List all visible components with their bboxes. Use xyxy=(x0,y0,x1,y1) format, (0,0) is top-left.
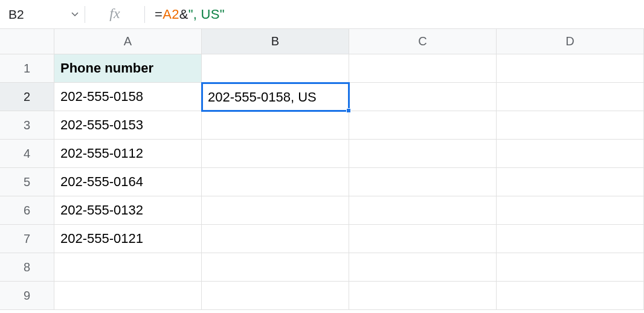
cell-B6[interactable] xyxy=(202,196,349,225)
cell-D8[interactable] xyxy=(497,253,644,282)
cell-B4[interactable] xyxy=(202,140,349,168)
row-header-7[interactable]: 7 xyxy=(0,225,54,253)
formula-token-quote: " xyxy=(220,7,225,22)
cell-A8[interactable] xyxy=(54,253,202,282)
name-box-value: B2 xyxy=(8,7,24,22)
cell-B7[interactable] xyxy=(202,225,349,253)
formula-input[interactable]: = A2 & " , US " xyxy=(145,7,644,22)
fx-icon[interactable]: fx xyxy=(85,5,144,24)
row-header-1[interactable]: 1 xyxy=(0,54,54,83)
cell-B8[interactable] xyxy=(202,253,349,282)
cell-D4[interactable] xyxy=(497,140,644,168)
cell-B3[interactable] xyxy=(202,111,349,140)
cell-C7[interactable] xyxy=(349,225,497,253)
formula-token-ref: A2 xyxy=(163,7,179,22)
spreadsheet-grid[interactable]: ABCD1Phone number2202-555-0158202-555-01… xyxy=(0,29,644,310)
row-header-2[interactable]: 2 xyxy=(0,83,54,111)
cell-A5[interactable]: 202-555-0164 xyxy=(54,168,202,196)
cell-C9[interactable] xyxy=(349,282,497,310)
cell-C6[interactable] xyxy=(349,196,497,225)
cell-C1[interactable] xyxy=(349,54,497,83)
row-header-8[interactable]: 8 xyxy=(0,253,54,282)
cell-A2[interactable]: 202-555-0158 xyxy=(54,83,202,111)
name-box[interactable]: B2 xyxy=(0,7,85,22)
formula-token-quote: " xyxy=(188,7,193,22)
cell-D1[interactable] xyxy=(497,54,644,83)
cell-C3[interactable] xyxy=(349,111,497,140)
cell-B1[interactable] xyxy=(202,54,349,83)
cell-C4[interactable] xyxy=(349,140,497,168)
cell-A4[interactable]: 202-555-0112 xyxy=(54,140,202,168)
cell-D6[interactable] xyxy=(497,196,644,225)
formula-bar: B2 fx = A2 & " , US " xyxy=(0,0,644,29)
row-header-5[interactable]: 5 xyxy=(0,168,54,196)
column-header-B[interactable]: B xyxy=(202,29,349,54)
cell-D2[interactable] xyxy=(497,83,644,111)
cell-C8[interactable] xyxy=(349,253,497,282)
cell-A6[interactable]: 202-555-0132 xyxy=(54,196,202,225)
cell-A3[interactable]: 202-555-0153 xyxy=(54,111,202,140)
row-header-3[interactable]: 3 xyxy=(0,111,54,140)
row-header-6[interactable]: 6 xyxy=(0,196,54,225)
cell-B2[interactable]: 202-555-0158, US xyxy=(201,82,350,112)
column-header-D[interactable]: D xyxy=(497,29,644,54)
cell-B9[interactable] xyxy=(202,282,349,310)
cell-C5[interactable] xyxy=(349,168,497,196)
cell-B5[interactable] xyxy=(202,168,349,196)
name-box-dropdown-icon[interactable] xyxy=(71,12,79,17)
cell-D9[interactable] xyxy=(497,282,644,310)
formula-token-op: & xyxy=(179,7,188,22)
cell-D5[interactable] xyxy=(497,168,644,196)
cell-D7[interactable] xyxy=(497,225,644,253)
cell-C2[interactable] xyxy=(349,83,497,111)
column-header-A[interactable]: A xyxy=(54,29,202,54)
row-header-4[interactable]: 4 xyxy=(0,140,54,168)
formula-token-eq: = xyxy=(155,7,163,22)
cell-A1[interactable]: Phone number xyxy=(54,54,202,83)
formula-token-str: , US xyxy=(193,7,220,22)
cell-A9[interactable] xyxy=(54,282,202,310)
cell-A7[interactable]: 202-555-0121 xyxy=(54,225,202,253)
row-header-9[interactable]: 9 xyxy=(0,282,54,310)
cell-D3[interactable] xyxy=(497,111,644,140)
fill-handle[interactable] xyxy=(346,108,351,113)
select-all-corner[interactable] xyxy=(0,29,54,54)
column-header-C[interactable]: C xyxy=(349,29,497,54)
